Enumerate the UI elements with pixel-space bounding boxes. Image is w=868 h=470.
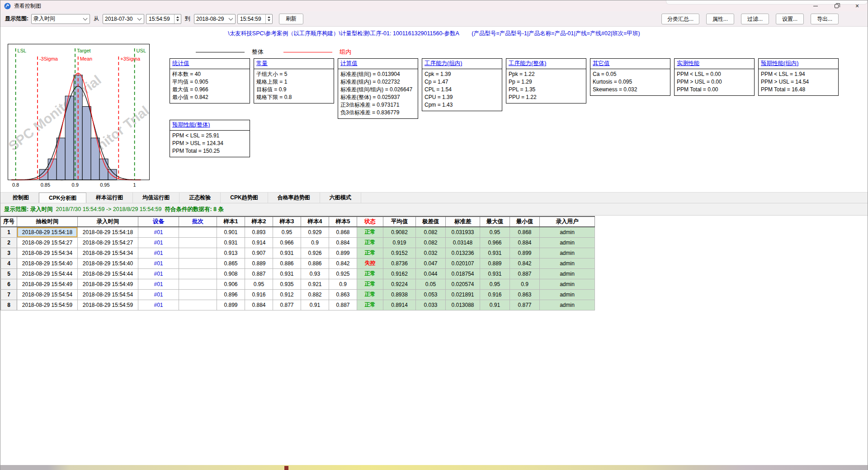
table-cell[interactable]: 0.884 xyxy=(245,300,273,310)
table-cell[interactable]: 0.9162 xyxy=(383,268,416,279)
table-cell[interactable] xyxy=(179,300,217,310)
table-cell[interactable]: 0.884 xyxy=(510,237,540,248)
table-cell[interactable]: 失控 xyxy=(357,258,383,268)
from-date-select[interactable]: 2018-07-30 xyxy=(103,14,144,24)
table-cell[interactable]: 6 xyxy=(1,279,17,289)
table-cell[interactable]: 0.916 xyxy=(245,289,273,300)
toolbar-button-1[interactable]: 分类汇总... xyxy=(661,14,699,24)
table-cell[interactable]: 2018-08-29 15:54:40 xyxy=(78,258,138,268)
table-cell[interactable]: 0.886 xyxy=(273,258,301,268)
column-header[interactable]: 样本2 xyxy=(245,216,273,227)
table-cell[interactable]: admin xyxy=(540,279,595,289)
table-cell[interactable]: 正常 xyxy=(357,237,383,248)
table-cell[interactable]: 0.908 xyxy=(217,268,245,279)
table-cell[interactable]: 0.95 xyxy=(245,279,273,289)
table-cell[interactable]: 2018-08-29 15:54:59 xyxy=(78,300,138,310)
table-cell[interactable]: #01 xyxy=(138,279,179,289)
table-cell[interactable]: 2 xyxy=(1,237,17,248)
table-cell[interactable]: admin xyxy=(540,300,595,310)
table-cell[interactable]: 1 xyxy=(1,227,17,237)
table-cell[interactable]: #01 xyxy=(138,289,179,300)
table-cell[interactable]: #01 xyxy=(138,237,179,248)
table-cell[interactable]: 0.899 xyxy=(510,248,540,258)
table-cell[interactable]: 4 xyxy=(1,258,17,268)
column-header[interactable]: 样本1 xyxy=(217,216,245,227)
table-cell[interactable]: 正常 xyxy=(357,289,383,300)
table-cell[interactable]: 2018-08-29 15:54:34 xyxy=(17,248,78,258)
column-header[interactable]: 录入时间 xyxy=(78,216,138,227)
table-cell[interactable]: 0.9 xyxy=(301,237,329,248)
table-cell[interactable] xyxy=(179,268,217,279)
table-cell[interactable]: 5 xyxy=(1,268,17,279)
table-cell[interactable]: 2018-08-29 15:54:54 xyxy=(17,289,78,300)
table-cell[interactable]: 0.882 xyxy=(301,289,329,300)
table-cell[interactable]: 0.9 xyxy=(510,279,540,289)
column-header[interactable]: 样本4 xyxy=(301,216,329,227)
table-cell[interactable]: 正常 xyxy=(357,268,383,279)
table-cell[interactable]: admin xyxy=(540,237,595,248)
table-cell[interactable]: 0.95 xyxy=(480,227,510,237)
tab-6[interactable]: CPK趋势图 xyxy=(221,193,268,203)
column-header[interactable]: 样本3 xyxy=(273,216,301,227)
column-header[interactable]: 录入用户 xyxy=(540,216,595,227)
table-cell[interactable]: 2018-08-29 15:54:49 xyxy=(17,279,78,289)
column-header[interactable]: 序号 xyxy=(1,216,17,227)
table-cell[interactable]: 0.884 xyxy=(329,237,357,248)
table-cell[interactable]: 0.8938 xyxy=(383,289,416,300)
table-cell[interactable]: 2018-08-29 15:54:54 xyxy=(78,289,138,300)
table-cell[interactable]: 0.91 xyxy=(301,300,329,310)
column-header[interactable]: 样本5 xyxy=(329,216,357,227)
table-cell[interactable]: 0.9082 xyxy=(383,227,416,237)
table-cell[interactable]: 2018-08-29 15:54:49 xyxy=(78,279,138,289)
column-header[interactable]: 最大值 xyxy=(480,216,510,227)
column-header[interactable]: 抽检时间 xyxy=(17,216,78,227)
column-header[interactable]: 极差值 xyxy=(416,216,446,227)
table-cell[interactable]: 0.935 xyxy=(273,279,301,289)
table-cell[interactable]: 0.018754 xyxy=(446,268,480,279)
table-cell[interactable]: 0.842 xyxy=(329,258,357,268)
table-cell[interactable]: #01 xyxy=(138,268,179,279)
table-cell[interactable]: 0.913 xyxy=(217,248,245,258)
table-cell[interactable]: 0.91 xyxy=(480,300,510,310)
toolbar-button-4[interactable]: 设置... xyxy=(776,14,804,24)
table-cell[interactable]: 2018-08-29 15:54:59 xyxy=(17,300,78,310)
table-cell[interactable]: 0.865 xyxy=(217,258,245,268)
column-header[interactable]: 状态 xyxy=(357,216,383,227)
tab-4[interactable]: 均值运行图 xyxy=(133,193,179,203)
table-cell[interactable]: 0.863 xyxy=(329,289,357,300)
table-cell[interactable]: 3 xyxy=(1,248,17,258)
table-cell[interactable]: 0.931 xyxy=(480,248,510,258)
table-cell[interactable]: 0.929 xyxy=(301,227,329,237)
toolbar-button-3[interactable]: 过滤... xyxy=(741,14,769,24)
table-cell[interactable]: 2018-08-29 15:54:18 xyxy=(78,227,138,237)
table-cell[interactable] xyxy=(179,248,217,258)
table-cell[interactable]: admin xyxy=(540,227,595,237)
table-cell[interactable]: 0.906 xyxy=(217,279,245,289)
table-cell[interactable]: 0.93 xyxy=(301,268,329,279)
table-cell[interactable]: 0.842 xyxy=(510,258,540,268)
table-cell[interactable]: #01 xyxy=(138,227,179,237)
table-cell[interactable]: 0.033 xyxy=(416,300,446,310)
table-cell[interactable]: 0.919 xyxy=(383,237,416,248)
table-cell[interactable]: 2018-08-29 15:54:27 xyxy=(78,237,138,248)
table-cell[interactable]: 0.966 xyxy=(273,237,301,248)
tab-7[interactable]: 合格率趋势图 xyxy=(268,193,320,203)
table-cell[interactable]: 2018-08-29 15:54:27 xyxy=(17,237,78,248)
table-cell[interactable]: 0.021891 xyxy=(446,289,480,300)
table-cell[interactable]: 2018-08-29 15:54:34 xyxy=(78,248,138,258)
table-cell[interactable]: #01 xyxy=(138,248,179,258)
close-button[interactable]: × xyxy=(847,0,868,11)
table-cell[interactable]: 0.899 xyxy=(329,248,357,258)
table-cell[interactable]: 0.926 xyxy=(301,248,329,258)
table-cell[interactable]: 0.013088 xyxy=(446,300,480,310)
table-cell[interactable]: 0.896 xyxy=(217,289,245,300)
table-cell[interactable]: 0.887 xyxy=(329,300,357,310)
tab-1[interactable]: 控制图 xyxy=(3,193,39,203)
table-cell[interactable]: 0.877 xyxy=(273,300,301,310)
table-cell[interactable]: 正常 xyxy=(357,248,383,258)
table-cell[interactable]: 0.05 xyxy=(416,279,446,289)
table-cell[interactable]: 2018-08-29 15:54:44 xyxy=(78,268,138,279)
table-cell[interactable] xyxy=(179,237,217,248)
table-cell[interactable]: 0.03148 xyxy=(446,237,480,248)
table-cell[interactable]: 0.931 xyxy=(480,268,510,279)
